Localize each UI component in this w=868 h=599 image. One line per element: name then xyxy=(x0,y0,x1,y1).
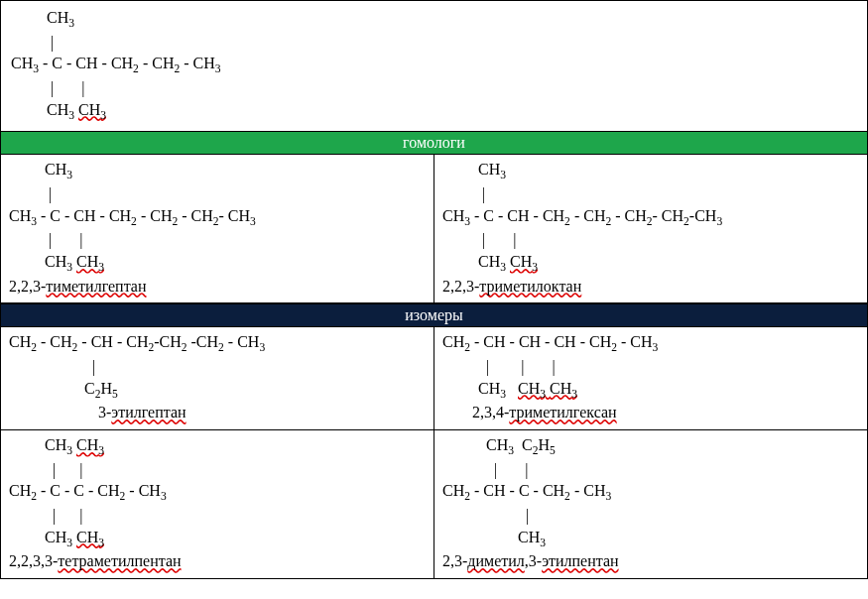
formula-line: C2H5 xyxy=(9,378,426,403)
formula-line: | xyxy=(442,183,859,205)
homologs-row: CH3 | CH3 - C - CH - CH2 - CH2 - CH2- CH… xyxy=(1,155,867,303)
section-header-homologs: гомологи xyxy=(1,131,867,155)
formula-line: | | xyxy=(9,459,426,481)
compound-name: 2,3-диметил,3-этилпентан xyxy=(442,550,859,572)
formula-line: | xyxy=(9,183,426,205)
formula-line: CH3 C2H5 xyxy=(442,434,859,459)
formula-line: CH3 CH3 xyxy=(11,99,857,124)
formula-line: CH3 xyxy=(11,7,857,32)
homolog-cell-1: CH3 | CH3 - C - CH - CH2 - CH2 - CH2- CH… xyxy=(1,155,434,302)
formula-line: | | xyxy=(442,229,859,251)
homolog-cell-2: CH3 | CH3 - C - CH - CH2 - CH2 - CH2- CH… xyxy=(434,155,867,302)
formula-line: CH2 - CH2 - CH - CH2-CH2 -CH2 - CH3 xyxy=(9,331,426,356)
formula-line: | | xyxy=(9,505,426,527)
top-formula: CH3 | CH3 - C - CH - CH2 - CH2 - CH3 | |… xyxy=(1,1,867,131)
isomers-row-2: CH3 CH3 | | CH2 - C - C - CH2 - CH3 | | … xyxy=(1,430,867,578)
formula-line: CH3 CH3 xyxy=(9,251,426,276)
formula-line: CH3 - C - CH - CH2 - CH2 - CH3 xyxy=(11,53,857,77)
formula-line: | xyxy=(9,356,426,378)
formula-line: | | xyxy=(442,459,859,481)
formula-line: CH3 CH3 xyxy=(9,527,426,551)
compound-name: 2,2,3-тиметилгептан xyxy=(9,276,426,298)
formula-line: | xyxy=(442,505,859,527)
formula-line: | xyxy=(11,32,857,54)
isomer-cell-4: CH3 C2H5 | | CH2 - CH - C - CH2 - CH3 | … xyxy=(434,430,867,578)
formula-line: | | xyxy=(9,229,426,251)
compound-name: 2,2,3-триметилоктан xyxy=(442,276,859,298)
compound-name: 2,2,3,3-тетраметилпентан xyxy=(9,550,426,572)
formula-line: CH3 xyxy=(442,527,859,551)
formula-line: CH2 - C - C - CH2 - CH3 xyxy=(9,480,426,505)
formula-line: | | | xyxy=(442,356,859,378)
formula-line: CH3 xyxy=(9,159,426,183)
formula-line: CH3 - C - CH - CH2 - CH2 - CH2- CH3 xyxy=(9,205,426,230)
formula-line: CH3 CH3 CH3 xyxy=(442,378,859,403)
isomer-cell-1: CH2 - CH2 - CH - CH2-CH2 -CH2 - CH3 | C2… xyxy=(1,327,434,429)
formula-line: CH3 CH3 xyxy=(9,434,426,459)
formula-line: CH2 - CH - CH - CH - CH2 - CH3 xyxy=(442,331,859,356)
compound-name: 3-этилгептан xyxy=(9,402,426,423)
section-header-isomers: изомеры xyxy=(1,303,867,327)
document-frame: CH3 | CH3 - C - CH - CH2 - CH2 - CH3 | |… xyxy=(0,0,868,579)
formula-line: CH3 - C - CH - CH2 - CH2 - CH2- CH2-CH3 xyxy=(442,205,859,230)
isomers-row-1: CH2 - CH2 - CH - CH2-CH2 -CH2 - CH3 | C2… xyxy=(1,327,867,430)
formula-line: CH3 CH3 xyxy=(442,251,859,276)
formula-line: | | xyxy=(11,77,857,99)
formula-line: CH3 xyxy=(442,159,859,183)
isomer-cell-2: CH2 - CH - CH - CH - CH2 - CH3 | | | CH3… xyxy=(434,327,867,429)
compound-name: 2,3,4-триметилгексан xyxy=(442,402,859,423)
isomer-cell-3: CH3 CH3 | | CH2 - C - C - CH2 - CH3 | | … xyxy=(1,430,434,578)
formula-line: CH2 - CH - C - CH2 - CH3 xyxy=(442,480,859,505)
